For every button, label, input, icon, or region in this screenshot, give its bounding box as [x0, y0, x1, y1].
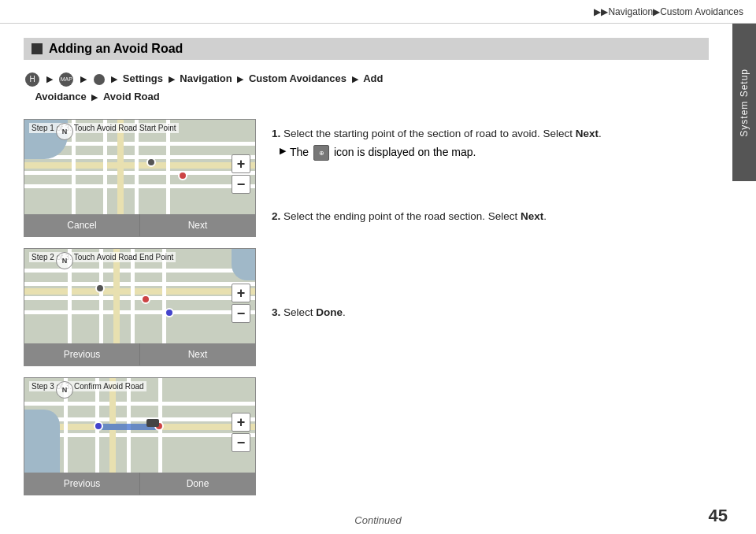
dot-icon: [94, 74, 105, 85]
nav-navigation: Navigation: [180, 72, 235, 84]
zoom-out-btn-3[interactable]: −: [232, 433, 250, 452]
map-footer-1: Cancel Next: [24, 214, 255, 236]
nav-avoid-road: Avoid Road: [103, 91, 160, 102]
section-heading: Adding an Avoid Road: [24, 38, 709, 60]
nav-add-avoidance: Add: [363, 72, 383, 84]
map-cancel-btn[interactable]: Cancel: [24, 214, 140, 236]
compass-3: N: [56, 381, 73, 399]
map-prev-btn-2[interactable]: Previous: [24, 343, 140, 365]
map-screenshot-1: Step 1 of 3: Touch Avoid Road Start Poin…: [24, 119, 256, 237]
section-heading-icon: [32, 43, 43, 54]
zoom-in-btn-1[interactable]: +: [232, 154, 250, 173]
step-3-text: 3. Select Done.: [272, 304, 709, 321]
step-2-text: 2. Select the ending point of the road s…: [272, 208, 709, 225]
map-next-btn-2[interactable]: Next: [140, 343, 255, 365]
zoom-in-btn-2[interactable]: +: [232, 284, 250, 302]
map-footer-2: Previous Next: [24, 343, 255, 365]
home-icon: H: [25, 72, 39, 87]
map-buttons-1: + −: [232, 154, 250, 194]
step-1-text: 1. Select the starting point of the sect…: [272, 125, 709, 143]
nav-settings: Settings: [123, 72, 166, 84]
map-done-btn[interactable]: Done: [140, 473, 255, 495]
nav-custom-avoidances: Custom Avoidances: [249, 72, 350, 84]
sidebar-label: System Setup: [739, 69, 750, 137]
step-block-2: 2. Select the ending point of the road s…: [272, 208, 709, 225]
map-label-2: Step 2 of 3: Touch Avoid Road End Point: [29, 252, 176, 262]
step-block-3: 3. Select Done.: [272, 304, 709, 321]
main-content: Adding an Avoid Road H ▶ MAP ▶ ▶ Setting…: [0, 24, 732, 534]
nav-path: H ▶ MAP ▶ ▶ Settings ▶ Navigation ▶ Cust…: [24, 69, 709, 106]
section-title: Adding an Avoid Road: [49, 42, 183, 56]
sidebar-tab: System Setup: [732, 24, 756, 181]
compass-2: N: [56, 252, 73, 269]
map-footer-3: Previous Done: [24, 473, 255, 495]
map-buttons-3: + −: [232, 413, 250, 452]
nav-add-avoidance-2: Avoidance: [35, 91, 89, 102]
step-block-1: 1. Select the starting point of the sect…: [272, 125, 709, 161]
two-col-layout: Step 1 of 3: Touch Avoid Road Start Poin…: [24, 119, 709, 506]
compass-1: N: [56, 123, 73, 140]
continued-label: Continued: [354, 514, 401, 526]
breadcrumb-bar: ▶▶Navigation▶Custom Avoidances: [0, 0, 756, 24]
breadcrumb-text: ▶▶Navigation▶Custom Avoidances: [594, 6, 743, 17]
map-label-3: Step 3 of 3: Confirm Avoid Road: [29, 381, 146, 391]
map-next-btn-1[interactable]: Next: [140, 214, 255, 236]
right-column: 1. Select the starting point of the sect…: [272, 119, 709, 506]
map-buttons-2: + −: [232, 284, 250, 323]
map-screenshot-3: Step 3 of 3: Confirm Avoid Road N: [24, 377, 256, 495]
nav-unit-icon: ⊕: [313, 145, 329, 161]
map-label-1: Step 1 of 3: Touch Avoid Road Start Poin…: [29, 123, 179, 133]
map-screenshot-2: Step 2 of 3: Touch Avoid Road End Point …: [24, 248, 256, 366]
zoom-in-btn-3[interactable]: +: [232, 413, 250, 432]
zoom-out-btn-2[interactable]: −: [232, 304, 250, 323]
left-column: Step 1 of 3: Touch Avoid Road Start Poin…: [24, 119, 256, 506]
zoom-out-btn-1[interactable]: −: [232, 175, 250, 194]
page-number: 45: [709, 506, 728, 526]
map-prev-btn-3[interactable]: Previous: [24, 473, 140, 495]
step-1-sub-text: The ⊕ icon is displayed on the map.: [290, 145, 476, 161]
map-icon: MAP: [59, 72, 73, 87]
sub-arrow-icon: ▶: [280, 146, 286, 156]
step-1-sub: ▶ The ⊕ icon is displayed on the map.: [272, 145, 709, 161]
